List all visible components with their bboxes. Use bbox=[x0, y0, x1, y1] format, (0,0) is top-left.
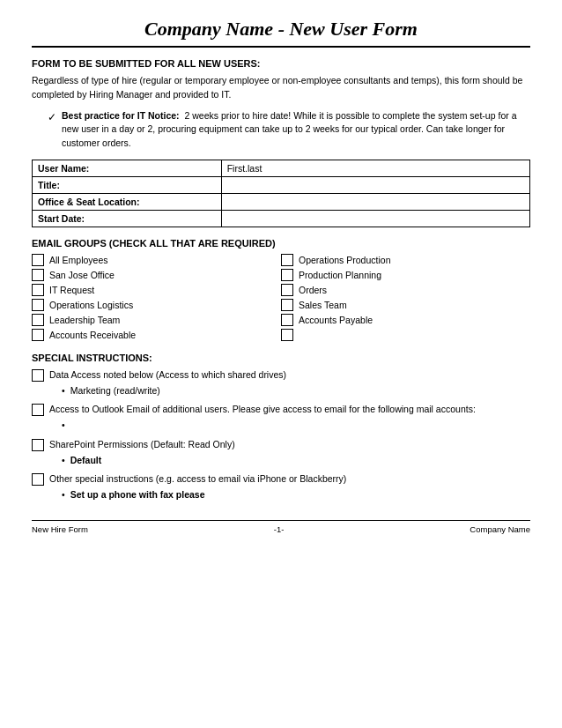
checkbox[interactable] bbox=[281, 254, 293, 266]
user-info-row: Start Date: bbox=[33, 210, 530, 227]
checkbox[interactable] bbox=[32, 369, 44, 382]
email-group-item: Leadership Team bbox=[32, 314, 281, 326]
si-bullet: Marketing (read/write) bbox=[62, 384, 530, 398]
checkbox[interactable] bbox=[32, 404, 44, 416]
footer: New Hire Form -1- Company Name bbox=[32, 520, 530, 534]
special-instructions-heading: SPECIAL INSTRUCTIONS: bbox=[32, 353, 530, 363]
email-group-item: Production Planning bbox=[281, 269, 530, 281]
email-groups-grid: All EmployeesSan Jose OfficeIT RequestOp… bbox=[32, 254, 530, 344]
si-content: Access to Outlook Email of additional us… bbox=[49, 403, 530, 433]
si-main-text: Other special instructions (e.g. access … bbox=[49, 473, 346, 484]
email-group-item: IT Request bbox=[32, 284, 281, 296]
si-bullet-text: Default bbox=[70, 454, 102, 468]
user-info-row: Title: bbox=[33, 176, 530, 193]
email-groups-section: EMAIL GROUPS (Check all that are require… bbox=[32, 238, 530, 344]
footer-left: New Hire Form bbox=[32, 524, 88, 534]
email-group-label: Orders bbox=[299, 285, 327, 295]
user-info-table: User Name:First.lastTitle:Office & Seat … bbox=[32, 160, 530, 227]
email-group-item bbox=[281, 329, 530, 341]
checkbox[interactable] bbox=[32, 329, 44, 341]
email-group-label: Sales Team bbox=[299, 300, 347, 310]
intro-text: Regardless of type of hire (regular or t… bbox=[32, 74, 530, 102]
email-group-label: All Employees bbox=[49, 255, 108, 265]
email-group-item: Accounts Receivable bbox=[32, 329, 281, 341]
si-bullet-text: Marketing (read/write) bbox=[70, 384, 160, 398]
si-item: Data Access noted below (Access to which… bbox=[32, 368, 530, 398]
email-group-label: Leadership Team bbox=[49, 315, 120, 325]
user-info-label: Title: bbox=[33, 176, 222, 193]
footer-center: -1- bbox=[274, 524, 285, 534]
user-info-value bbox=[221, 176, 529, 193]
si-main-text: Data Access noted below (Access to which… bbox=[49, 369, 286, 380]
user-info-label: Office & Seat Location: bbox=[33, 193, 222, 210]
email-groups-right: Operations ProductionProduction Planning… bbox=[281, 254, 530, 344]
si-bullet: Set up a phone with fax please bbox=[62, 488, 530, 502]
email-group-label: IT Request bbox=[49, 285, 94, 295]
best-practice: ✓ Best practice for IT Notice: 2 weeks p… bbox=[48, 109, 530, 151]
email-group-item: Operations Production bbox=[281, 254, 530, 266]
si-bullet bbox=[62, 419, 530, 433]
best-practice-label: Best practice for IT Notice: bbox=[62, 110, 180, 121]
email-group-item: Operations Logistics bbox=[32, 299, 281, 311]
checkbox[interactable] bbox=[32, 473, 44, 486]
user-info-row: Office & Seat Location: bbox=[33, 193, 530, 210]
email-group-item: Sales Team bbox=[281, 299, 530, 311]
checkbox[interactable] bbox=[32, 439, 44, 451]
si-content: Other special instructions (e.g. access … bbox=[49, 472, 530, 502]
email-groups-heading: EMAIL GROUPS (Check all that are require… bbox=[32, 238, 530, 249]
si-bullet-text: Set up a phone with fax please bbox=[70, 488, 205, 502]
si-content: SharePoint Permissions (Default: Read On… bbox=[49, 438, 530, 468]
si-item: SharePoint Permissions (Default: Read On… bbox=[32, 438, 530, 468]
checkbox[interactable] bbox=[281, 299, 293, 311]
user-info-label: Start Date: bbox=[33, 210, 222, 227]
checkbox[interactable] bbox=[32, 269, 44, 281]
checkbox[interactable] bbox=[281, 329, 293, 341]
email-group-item: Accounts Payable bbox=[281, 314, 530, 326]
page-title: Company Name - New User Form bbox=[32, 18, 530, 48]
si-main-text: SharePoint Permissions (Default: Read On… bbox=[49, 439, 235, 449]
email-group-item: All Employees bbox=[32, 254, 281, 266]
si-item: Other special instructions (e.g. access … bbox=[32, 472, 530, 502]
checkbox[interactable] bbox=[32, 314, 44, 326]
email-group-label: Operations Production bbox=[299, 255, 390, 265]
special-instructions-section: SPECIAL INSTRUCTIONS: Data Access noted … bbox=[32, 353, 530, 502]
email-group-label: Production Planning bbox=[299, 270, 381, 280]
footer-right: Company Name bbox=[470, 524, 530, 534]
si-bullet: Default bbox=[62, 454, 530, 468]
email-group-label: Operations Logistics bbox=[49, 300, 133, 310]
si-item: Access to Outlook Email of additional us… bbox=[32, 403, 530, 433]
checkbox[interactable] bbox=[32, 254, 44, 266]
email-group-label: San Jose Office bbox=[49, 270, 115, 280]
si-main-text: Access to Outlook Email of additional us… bbox=[49, 404, 476, 414]
checkbox[interactable] bbox=[32, 284, 44, 296]
email-group-item: Orders bbox=[281, 284, 530, 296]
checkbox[interactable] bbox=[32, 299, 44, 311]
si-content: Data Access noted below (Access to which… bbox=[49, 368, 530, 398]
user-info-value: First.last bbox=[221, 160, 529, 176]
user-info-label: User Name: bbox=[33, 160, 222, 176]
user-info-value bbox=[221, 210, 529, 227]
email-group-item: San Jose Office bbox=[32, 269, 281, 281]
checkbox[interactable] bbox=[281, 284, 293, 296]
checkbox[interactable] bbox=[281, 314, 293, 326]
user-info-row: User Name:First.last bbox=[33, 160, 530, 176]
email-groups-left: All EmployeesSan Jose OfficeIT RequestOp… bbox=[32, 254, 281, 344]
checkmark-icon: ✓ bbox=[48, 109, 56, 125]
email-group-label: Accounts Receivable bbox=[49, 330, 136, 340]
email-group-label: Accounts Payable bbox=[299, 315, 373, 325]
form-heading: Form to be Submitted for all new users: bbox=[32, 58, 530, 69]
checkbox[interactable] bbox=[281, 269, 293, 281]
user-info-value bbox=[221, 193, 529, 210]
